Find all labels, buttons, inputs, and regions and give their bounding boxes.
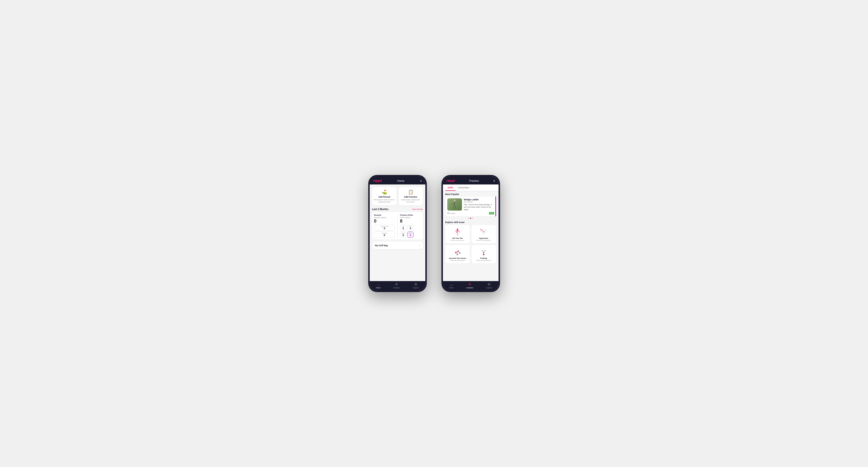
svg-point-15 bbox=[457, 229, 458, 230]
bottom-nav-2: ⌂ Home Activities Capture bbox=[443, 281, 499, 290]
menu-icon-1[interactable]: ≡ bbox=[420, 179, 422, 183]
add-practice-card[interactable]: 📋 Add Practice Capture your practice off… bbox=[399, 187, 423, 206]
arg-box: ARG 0 bbox=[400, 231, 407, 238]
menu-icon-2[interactable]: ≡ bbox=[493, 179, 495, 183]
approach-name: Approach bbox=[479, 237, 488, 239]
header-title-2: Practice bbox=[469, 179, 479, 182]
dot-2[interactable] bbox=[470, 218, 471, 219]
drills-total: 8 bbox=[400, 219, 421, 224]
putting-icon-wrap bbox=[479, 247, 489, 256]
most-popular-label: Most Popular bbox=[443, 191, 499, 196]
svg-point-10 bbox=[447, 213, 449, 214]
activities-icon-1 bbox=[395, 283, 398, 287]
view-activity-link[interactable]: View Activity bbox=[412, 208, 423, 210]
star-icon[interactable]: ☆ bbox=[493, 197, 495, 200]
rounds-total: 0 bbox=[374, 219, 395, 224]
drill-info: Wedge Ladder 50–100 yds Play 1 shot at e… bbox=[464, 198, 494, 211]
svg-line-13 bbox=[458, 229, 460, 232]
shots-info: 9 shots bbox=[447, 212, 456, 214]
tournament-value: 0 bbox=[375, 227, 394, 230]
shots-count: 9 shots bbox=[450, 213, 456, 214]
bottom-nav-1: ⌂ Home Activities Capture bbox=[370, 281, 425, 290]
nav-activities-1[interactable]: Activities bbox=[393, 283, 400, 289]
putt-value: 4 bbox=[408, 234, 413, 237]
svg-line-7 bbox=[453, 206, 455, 209]
add-round-title: Add Round bbox=[378, 196, 390, 198]
ott-box: OTT 0 bbox=[400, 225, 407, 231]
dot-1[interactable] bbox=[468, 218, 469, 219]
golf-bag-chevron: › bbox=[419, 244, 420, 247]
tournament-box: Tournament 0 bbox=[374, 225, 395, 231]
add-practice-icon: 📋 bbox=[408, 189, 413, 195]
ott-icon-wrap bbox=[453, 227, 462, 236]
skill-card-approach[interactable]: Approach Dial-in to hit the green bbox=[471, 225, 496, 244]
nav-activities-2[interactable]: Activities bbox=[467, 283, 473, 289]
nav-capture-label-2: Capture bbox=[486, 287, 492, 289]
approach-icon-wrap bbox=[479, 227, 489, 236]
ott-name: Off The Tee bbox=[452, 237, 463, 239]
dot-3[interactable] bbox=[472, 218, 473, 219]
skill-grid: Off The Tee Power and accuracy bbox=[443, 225, 499, 266]
svg-point-16 bbox=[456, 235, 459, 236]
skill-card-putting[interactable]: Putting Make and lag practice bbox=[471, 245, 496, 263]
phone-2: clippd Practice ≡ Drills Favourites Most… bbox=[441, 175, 500, 292]
putting-name: Putting bbox=[480, 257, 487, 259]
drill-name: Wedge Ladder bbox=[464, 198, 494, 201]
app-value: 4 bbox=[408, 227, 413, 230]
nav-home-2[interactable]: ⌂ Home bbox=[449, 283, 454, 289]
nav-capture-1[interactable]: Capture bbox=[413, 283, 419, 289]
svg-line-6 bbox=[453, 203, 455, 205]
add-round-card[interactable]: ⛳ Add Round Record your shots in fast or… bbox=[372, 187, 397, 206]
add-round-desc: Record your shots in fast or enhanced mo… bbox=[374, 198, 395, 203]
tabs-bar: Drills Favourites bbox=[443, 184, 499, 191]
nav-capture-2[interactable]: Capture bbox=[486, 283, 492, 289]
explore-label: Explore skill areas bbox=[443, 220, 499, 225]
drill-card-wedge[interactable]: ☆ bbox=[445, 196, 496, 216]
activities-icon-2 bbox=[468, 283, 471, 287]
arg-value: 0 bbox=[401, 234, 405, 237]
add-round-icon: ⛳ bbox=[382, 189, 387, 195]
svg-point-4 bbox=[454, 199, 456, 201]
app-badge: APP bbox=[489, 212, 494, 215]
drills-title: Practice Drills bbox=[400, 214, 421, 216]
skill-card-ott[interactable]: Off The Tee Power and accuracy bbox=[445, 225, 470, 244]
carousel-dots bbox=[443, 216, 499, 220]
rounds-capture-label: Rounds Capture bbox=[374, 217, 395, 218]
tab-drills[interactable]: Drills bbox=[445, 184, 456, 191]
tab-favourites[interactable]: Favourites bbox=[456, 184, 472, 191]
golf-bag-title: My Golf Bag bbox=[375, 244, 388, 247]
action-cards-row: ⛳ Add Round Record your shots in fast or… bbox=[370, 184, 425, 207]
svg-line-8 bbox=[455, 206, 456, 209]
ott-value: 0 bbox=[401, 227, 405, 230]
ott-desc: Power and accuracy bbox=[451, 240, 464, 241]
app-header-1: clippd Home ≡ bbox=[370, 177, 425, 184]
section-title: Last 3 Months bbox=[372, 208, 389, 211]
logo-1: clippd bbox=[373, 179, 382, 183]
svg-line-35 bbox=[483, 251, 484, 252]
drill-thumbnail bbox=[447, 198, 462, 211]
add-practice-desc: Capture your practice off-the-course bbox=[400, 198, 422, 203]
nav-capture-label-1: Capture bbox=[413, 287, 419, 289]
rounds-col: Rounds Rounds Capture 0 Tournament 0 Pra… bbox=[374, 214, 395, 238]
drill-yardage: 50–100 yds bbox=[464, 201, 494, 203]
atg-name: Around The Green bbox=[449, 257, 466, 259]
putt-box: PUTT 4 bbox=[407, 231, 414, 238]
svg-point-37 bbox=[469, 283, 470, 284]
capture-icon-2 bbox=[487, 283, 491, 287]
phone-1: clippd Home ≡ ⛳ Add Round Record your sh… bbox=[368, 175, 427, 292]
practice-box: Practice 0 bbox=[374, 231, 395, 238]
stats-panel: Rounds Rounds Capture 0 Tournament 0 Pra… bbox=[372, 212, 423, 240]
svg-line-36 bbox=[484, 251, 485, 252]
capture-icon-1 bbox=[414, 283, 417, 287]
nav-activities-label-1: Activities bbox=[393, 287, 400, 289]
golf-bag-row[interactable]: My Golf Bag › bbox=[372, 242, 423, 249]
approach-desc: Dial-in to hit the green bbox=[476, 240, 491, 241]
skill-card-atg[interactable]: Around The Green Hone your short game bbox=[445, 245, 470, 263]
drill-description: Play 1 shot at each target yardage. If y… bbox=[464, 204, 494, 211]
nav-home-1[interactable]: ⌂ Home bbox=[376, 283, 381, 289]
drills-capture-label: Drills Capture bbox=[400, 217, 421, 218]
content-1: ⛳ Add Round Record your shots in fast or… bbox=[370, 184, 425, 281]
practice-value: 0 bbox=[375, 234, 394, 237]
home-icon-1: ⌂ bbox=[377, 283, 379, 287]
drills-col: Practice Drills Drills Capture 8 OTT 0 A… bbox=[400, 214, 421, 238]
